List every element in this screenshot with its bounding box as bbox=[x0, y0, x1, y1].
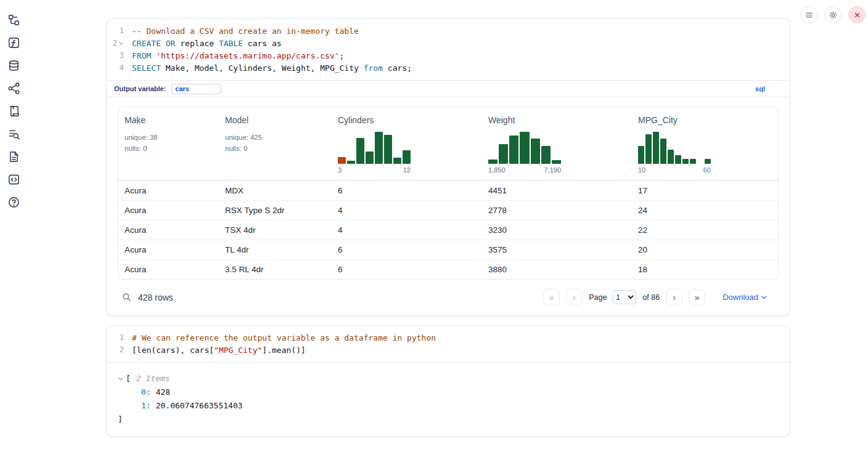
sql-code-editor[interactable]: 1 -- Download a CSV and create an in-mem… bbox=[107, 19, 790, 80]
python-code-editor[interactable]: 1 # We can reference the output variable… bbox=[107, 326, 790, 362]
table-row: Acura TL 4dr 6 3575 20 bbox=[118, 240, 778, 259]
tree-root: [ 2 Items bbox=[118, 372, 779, 386]
code-line: 3 FROM 'https://datasets.marimo.app/cars… bbox=[107, 50, 790, 62]
code-text: CREATE OR replace TABLE cars as bbox=[132, 38, 282, 51]
data-table: Make unique: 38 nulls: 0 Model unique: 4… bbox=[118, 107, 779, 280]
result-tree: [ 2 Items 0: 428 1: 20.060747663551403 ] bbox=[118, 372, 779, 426]
python-cell-output: [ 2 Items 0: 428 1: 20.060747663551403 ] bbox=[107, 362, 790, 436]
sql-cell-output: Make unique: 38 nulls: 0 Model unique: 4… bbox=[107, 97, 790, 315]
tree-entry: 1: 20.060747663551403 bbox=[118, 399, 779, 413]
table-row: Acura 3.5 RL 4dr 6 3880 18 bbox=[118, 259, 778, 279]
table-footer: 428 rows « ‹ Page 1 of 86 › » Download bbox=[118, 280, 779, 305]
code-text: -- Download a CSV and create an in-memor… bbox=[132, 25, 359, 38]
settings-gear-icon[interactable] bbox=[824, 6, 841, 23]
items-count: 2 Items bbox=[136, 372, 170, 386]
search-icon[interactable] bbox=[121, 292, 132, 302]
column-header-weight[interactable]: Weight 1,8507,190 bbox=[482, 107, 632, 180]
column-stat: nulls: 0 bbox=[125, 145, 213, 152]
output-variable-label: Output variable: bbox=[114, 85, 166, 92]
code-text: [len(cars), cars["MPG_City"].mean()] bbox=[132, 344, 306, 357]
column-header-make[interactable]: Make unique: 38 nulls: 0 bbox=[118, 107, 219, 180]
code-text: # We can reference the output variable a… bbox=[132, 332, 436, 344]
mpg-city-histogram bbox=[638, 132, 711, 164]
fold-chevron-icon[interactable] bbox=[118, 38, 124, 51]
line-number: 3 bbox=[107, 50, 124, 62]
line-number: 1 bbox=[107, 25, 124, 38]
column-header-mpg-city[interactable]: MPG_City 1060 bbox=[632, 107, 778, 180]
output-variable-input[interactable] bbox=[171, 84, 221, 94]
code-text: SELECT Make, Model, Cylinders, Weight, M… bbox=[132, 62, 412, 75]
chevron-down-icon bbox=[761, 294, 768, 301]
column-stat: nulls: 0 bbox=[225, 145, 326, 152]
histogram-axis: 1,8507,190 bbox=[488, 166, 561, 174]
page-select[interactable]: 1 bbox=[613, 290, 636, 304]
snippets-icon[interactable] bbox=[7, 172, 20, 186]
collapse-chevron-icon[interactable] bbox=[118, 376, 124, 382]
table-row: Acura RSX Type S 2dr 4 2778 24 bbox=[118, 200, 778, 220]
top-right-controls bbox=[800, 6, 866, 23]
column-header-cylinders[interactable]: Cylinders 312 bbox=[332, 107, 482, 180]
code-line: 2 [len(cars), cars["MPG_City"].mean()] bbox=[107, 344, 790, 357]
line-number: 1 bbox=[107, 332, 124, 344]
line-number: 2 bbox=[107, 344, 124, 357]
output-variable-bar: Output variable: sql bbox=[107, 80, 790, 97]
column-stat: unique: 425 bbox=[225, 134, 326, 141]
tree-close: ] bbox=[118, 413, 779, 426]
variables-icon[interactable] bbox=[7, 36, 20, 49]
language-badge: sql bbox=[755, 85, 782, 92]
cylinders-histogram bbox=[338, 132, 411, 164]
download-button[interactable]: Download bbox=[723, 293, 768, 302]
prev-page-button[interactable]: ‹ bbox=[566, 289, 583, 305]
help-icon[interactable] bbox=[7, 195, 20, 209]
logs-icon[interactable] bbox=[7, 127, 20, 140]
documentation-icon[interactable] bbox=[7, 150, 20, 163]
menu-icon[interactable] bbox=[800, 6, 817, 23]
histogram-axis: 312 bbox=[338, 166, 411, 174]
code-line: 2 CREATE OR replace TABLE cars as bbox=[107, 38, 790, 51]
open-bracket: [ bbox=[126, 372, 131, 386]
column-stat: unique: 38 bbox=[125, 134, 213, 141]
sql-cell: 1 -- Download a CSV and create an in-mem… bbox=[106, 18, 790, 316]
next-page-button[interactable]: › bbox=[666, 289, 682, 305]
shutdown-close-icon[interactable] bbox=[848, 6, 866, 23]
datasources-icon[interactable] bbox=[7, 59, 20, 72]
page-total-label: of 86 bbox=[642, 293, 660, 302]
code-line: 4 SELECT Make, Model, Cylinders, Weight,… bbox=[107, 62, 790, 75]
weight-histogram bbox=[488, 132, 561, 164]
first-page-button[interactable]: « bbox=[543, 289, 560, 305]
dependency-graph-icon[interactable] bbox=[7, 81, 20, 95]
table-row: Acura TSX 4dr 4 3230 22 bbox=[118, 220, 778, 240]
table-header: Make unique: 38 nulls: 0 Model unique: 4… bbox=[118, 107, 778, 180]
line-number: 4 bbox=[107, 62, 124, 75]
code-text: FROM 'https://datasets.marimo.app/cars.c… bbox=[132, 50, 344, 62]
column-header-model[interactable]: Model unique: 425 nulls: 0 bbox=[219, 107, 332, 180]
scratchpad-icon[interactable] bbox=[7, 104, 20, 118]
file-explorer-icon[interactable] bbox=[7, 13, 20, 26]
code-line: 1 # We can reference the output variable… bbox=[107, 332, 790, 344]
histogram-axis: 1060 bbox=[638, 166, 711, 174]
close-bracket: ] bbox=[118, 413, 123, 426]
last-page-button[interactable]: » bbox=[689, 289, 705, 305]
left-toolbar bbox=[0, 0, 27, 449]
page-label: Page bbox=[589, 293, 607, 302]
row-count: 428 rows bbox=[138, 293, 173, 302]
tree-entry: 0: 428 bbox=[118, 386, 779, 399]
line-number: 2 bbox=[107, 38, 124, 51]
python-cell: 1 # We can reference the output variable… bbox=[106, 325, 790, 437]
table-row: Acura MDX 6 4451 17 bbox=[118, 180, 778, 200]
code-line: 1 -- Download a CSV and create an in-mem… bbox=[107, 25, 790, 38]
